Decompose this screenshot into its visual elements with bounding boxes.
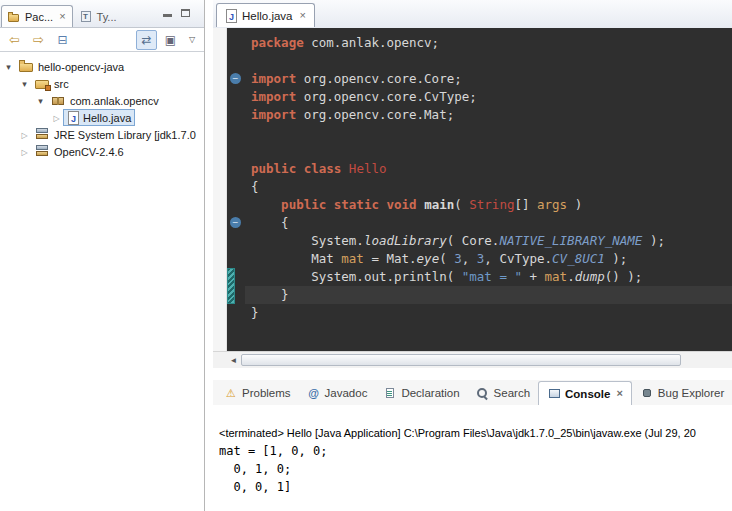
package-icon bbox=[51, 93, 66, 108]
tab-problems[interactable]: Problems bbox=[216, 381, 299, 405]
close-icon[interactable] bbox=[59, 11, 65, 22]
expanded-arrow-icon[interactable] bbox=[2, 62, 15, 72]
code-line[interactable]: { bbox=[251, 214, 732, 232]
tab-search[interactable]: Search bbox=[468, 381, 538, 405]
tab-javadoc[interactable]: Javadoc bbox=[299, 381, 376, 405]
console-header: <terminated> Hello [Java Application] C:… bbox=[213, 405, 732, 442]
tree-item-label: JRE System Library [jdk1.7.0 bbox=[54, 129, 196, 141]
view-tab-label: Ty... bbox=[97, 11, 117, 23]
code-line[interactable] bbox=[251, 124, 732, 142]
search-icon bbox=[476, 387, 490, 400]
view-menu-icon[interactable]: ▽ bbox=[184, 30, 200, 50]
view-tab-pac[interactable]: Pac... bbox=[1, 5, 73, 27]
tree-item-content: JRE System Library [jdk1.7.0 bbox=[31, 126, 200, 143]
code-editor[interactable]: package com.anlak.opencv; import org.ope… bbox=[245, 28, 732, 351]
tab-label: Javadoc bbox=[325, 387, 368, 399]
back-icon[interactable]: ⇦ bbox=[4, 30, 25, 50]
code-line[interactable]: Mat mat = Mat.eye( 3, 3, CvType.CV_8UC1 … bbox=[251, 250, 732, 268]
view-tab-ty[interactable]: Ty... bbox=[73, 5, 124, 27]
tree-item-content: src bbox=[31, 75, 73, 92]
package-explorer-icon bbox=[8, 11, 21, 23]
tab-label: Declaration bbox=[401, 387, 459, 399]
collapsed-arrow-icon[interactable] bbox=[50, 113, 63, 123]
scroll-left-icon[interactable] bbox=[226, 356, 241, 365]
tree-item-opencv-2-4-6[interactable]: OpenCV-2.4.6 bbox=[0, 143, 204, 160]
annotation-ruler[interactable] bbox=[213, 28, 227, 351]
tab-label: Problems bbox=[242, 387, 291, 399]
bottom-panel: ProblemsJavadocDeclarationSearchConsoleB… bbox=[213, 380, 732, 511]
declaration-icon bbox=[383, 387, 397, 400]
close-icon[interactable] bbox=[300, 10, 306, 21]
code-line[interactable]: package com.anlak.opencv; bbox=[251, 34, 732, 52]
code-line[interactable]: { bbox=[251, 178, 732, 196]
maximize-icon[interactable] bbox=[181, 9, 190, 17]
collapse-all-icon[interactable]: ⊟ bbox=[52, 30, 73, 50]
minimize-icon[interactable] bbox=[163, 14, 172, 17]
panel-window-buttons bbox=[163, 9, 190, 17]
tree-item-content: com.anlak.opencv bbox=[47, 92, 163, 109]
tree-item-label: com.anlak.opencv bbox=[70, 95, 159, 107]
tab-console[interactable]: Console bbox=[538, 381, 632, 405]
type-hierarchy-icon bbox=[80, 11, 93, 23]
left-panel-toolbar: ⇦⇨⊟⇄▣▽ bbox=[0, 28, 204, 52]
left-panel-tabbar: Pac...Ty... bbox=[0, 0, 204, 28]
code-line[interactable]: import org.opencv.core.Mat; bbox=[251, 106, 732, 124]
code-line[interactable]: System.loadLibrary( Core.NATIVE_LIBRARY_… bbox=[251, 232, 732, 250]
tree-item-content: OpenCV-2.4.6 bbox=[31, 143, 128, 160]
tree-item-content: Hello.java bbox=[63, 109, 135, 126]
focus-icon[interactable]: ▣ bbox=[160, 30, 181, 50]
fold-collapse-icon[interactable] bbox=[230, 217, 241, 228]
horizontal-scrollbar[interactable] bbox=[213, 351, 732, 368]
code-line[interactable] bbox=[251, 52, 732, 70]
tree-item-com-anlak-opencv[interactable]: com.anlak.opencv bbox=[0, 92, 204, 109]
package-explorer-panel: Pac...Ty... ⇦⇨⊟⇄▣▽ hello-opencv-javasrcc… bbox=[0, 0, 205, 511]
forward-icon[interactable]: ⇨ bbox=[28, 30, 49, 50]
tab-bug-explorer[interactable]: Bug Explorer bbox=[632, 381, 732, 405]
editor-tab-hello-java[interactable]: Hello.java bbox=[216, 3, 315, 27]
console-line: mat = [1, 0, 0; bbox=[219, 442, 732, 460]
expanded-arrow-icon[interactable] bbox=[18, 79, 31, 89]
eclipse-window: Pac...Ty... ⇦⇨⊟⇄▣▽ hello-opencv-javasrcc… bbox=[0, 0, 732, 511]
view-tab-label: Pac... bbox=[25, 11, 53, 23]
tree-item-jre-system-library-jdk1-7-0[interactable]: JRE System Library [jdk1.7.0 bbox=[0, 126, 204, 143]
fold-collapse-icon[interactable] bbox=[230, 73, 241, 84]
bug-icon bbox=[640, 387, 654, 400]
code-line[interactable]: } bbox=[245, 286, 732, 304]
javadoc-icon bbox=[307, 387, 321, 400]
expanded-arrow-icon[interactable] bbox=[34, 96, 47, 106]
library-icon bbox=[35, 144, 50, 159]
tab-label: Bug Explorer bbox=[658, 387, 724, 399]
code-line[interactable]: public static void main( String[] args ) bbox=[251, 196, 732, 214]
tree-item-label: Hello.java bbox=[83, 112, 131, 124]
scrollbar-thumb[interactable] bbox=[241, 354, 681, 366]
code-line[interactable]: import org.opencv.core.Core; bbox=[251, 70, 732, 88]
link-with-editor-icon[interactable]: ⇄ bbox=[136, 30, 157, 50]
editor-body: package com.anlak.opencv; import org.ope… bbox=[213, 28, 732, 351]
src-folder-icon bbox=[35, 76, 50, 91]
java-file-icon bbox=[226, 9, 237, 23]
editor-tabbar: Hello.java bbox=[213, 0, 732, 29]
close-icon[interactable] bbox=[616, 388, 622, 399]
code-line[interactable] bbox=[251, 142, 732, 160]
collapsed-arrow-icon[interactable] bbox=[18, 130, 31, 140]
code-line[interactable]: System.out.println( "mat = " + mat.dump(… bbox=[251, 268, 732, 286]
editor-tab-label: Hello.java bbox=[242, 10, 293, 22]
tree-item-hello-opencv-java[interactable]: hello-opencv-java bbox=[0, 58, 204, 75]
editor-area: Hello.java package com.anlak.opencv; imp… bbox=[213, 0, 732, 368]
project-tree: hello-opencv-javasrccom.anlak.opencvHell… bbox=[0, 52, 204, 160]
collapsed-arrow-icon[interactable] bbox=[18, 147, 31, 157]
fold-gutter[interactable] bbox=[227, 28, 245, 351]
tree-item-src[interactable]: src bbox=[0, 75, 204, 92]
editor-dark-region: package com.anlak.opencv; import org.ope… bbox=[227, 28, 732, 351]
java-file-icon bbox=[68, 111, 79, 125]
tab-declaration[interactable]: Declaration bbox=[375, 381, 467, 405]
selection-range-marker bbox=[227, 268, 235, 304]
tree-item-content: hello-opencv-java bbox=[15, 58, 128, 75]
project-icon bbox=[19, 59, 34, 74]
console-view[interactable]: <terminated> Hello [Java Application] C:… bbox=[213, 405, 732, 511]
code-line[interactable]: public class Hello bbox=[251, 160, 732, 178]
code-line[interactable]: import org.opencv.core.CvType; bbox=[251, 88, 732, 106]
tree-item-label: hello-opencv-java bbox=[38, 61, 124, 73]
code-line[interactable]: } bbox=[251, 304, 732, 322]
tree-item-hello-java[interactable]: Hello.java bbox=[0, 109, 204, 126]
